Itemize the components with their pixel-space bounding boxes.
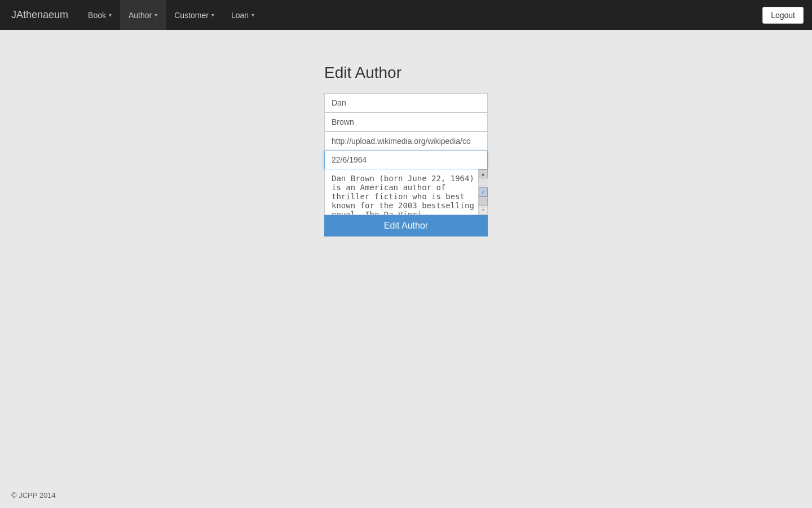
nav-label-loan: Loan: [231, 11, 249, 20]
nav-item-customer[interactable]: Customer ▾: [166, 0, 223, 30]
footer: © JCPP 2014: [0, 483, 67, 508]
chevron-down-icon: ▾: [211, 12, 214, 18]
nav-item-author[interactable]: Author ▾: [120, 0, 166, 30]
bio-wrapper: Dan Brown (born June 22, 1964) is an Ame…: [324, 169, 488, 215]
logout-button[interactable]: Logout: [762, 7, 804, 24]
app-brand: JAthenaeum: [8, 9, 71, 21]
last-name-group: [324, 112, 488, 132]
nav-item-loan[interactable]: Loan ▾: [223, 0, 263, 30]
main-content: Edit Author Dan Brown (born June 22, 196…: [0, 30, 812, 237]
nav-label-book: Book: [88, 11, 106, 20]
footer-text: © JCPP 2014: [11, 491, 56, 500]
scrollbar-up-icon[interactable]: ▲: [479, 169, 488, 178]
scrollbar-checkbox-icon[interactable]: ✓: [479, 187, 488, 196]
chevron-down-icon: ▾: [155, 12, 157, 18]
dob-input[interactable]: [324, 151, 488, 169]
form-container: Edit Author Dan Brown (born June 22, 196…: [324, 64, 488, 237]
image-url-group: [324, 132, 488, 151]
first-name-input[interactable]: [324, 93, 488, 112]
nav-label-author: Author: [129, 11, 152, 20]
dob-group: [324, 151, 488, 169]
image-url-input[interactable]: [324, 132, 488, 151]
navbar-left: JAthenaeum Book ▾ Author ▾ Customer ▾ Lo…: [8, 0, 263, 30]
navbar: JAthenaeum Book ▾ Author ▾ Customer ▾ Lo…: [0, 0, 812, 30]
navbar-right: Logout: [762, 7, 804, 24]
nav-item-book[interactable]: Book ▾: [80, 0, 120, 30]
first-name-group: [324, 93, 488, 112]
nav-label-customer: Customer: [174, 11, 209, 20]
textarea-scrollbar: ▲ ✓ ⠿: [478, 169, 487, 214]
bio-textarea[interactable]: Dan Brown (born June 22, 1964) is an Ame…: [325, 169, 487, 214]
chevron-down-icon: ▾: [109, 12, 112, 18]
scrollbar-down-area: [479, 196, 488, 205]
scrollbar-track: [479, 178, 488, 187]
last-name-input[interactable]: [324, 112, 488, 132]
scrollbar-resize-icon[interactable]: ⠿: [479, 205, 488, 214]
page-title: Edit Author: [324, 64, 488, 82]
chevron-down-icon: ▾: [251, 12, 254, 18]
edit-author-button[interactable]: Edit Author: [324, 215, 488, 237]
